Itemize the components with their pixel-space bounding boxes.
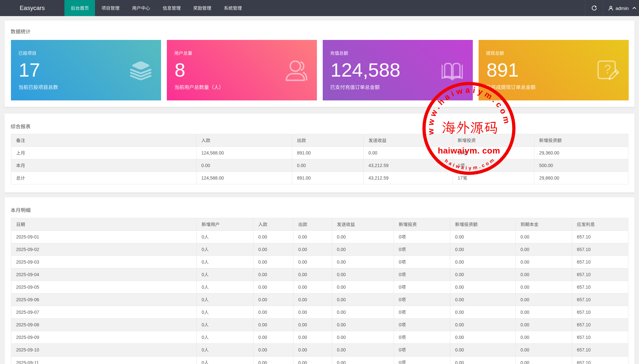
svg-text:?: ? [604, 62, 611, 76]
svg-text:haiwaiym. com: haiwaiym. com [438, 146, 500, 155]
